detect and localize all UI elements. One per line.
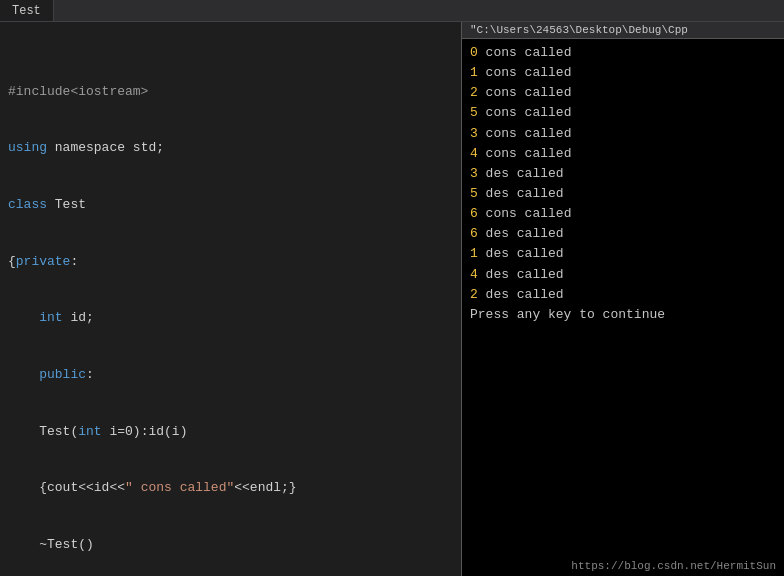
- output-text: des called: [478, 267, 564, 282]
- code-line-5: int id;: [0, 309, 461, 328]
- top-bar: Test: [0, 0, 784, 22]
- output-number: 6: [470, 226, 478, 241]
- press-any-key-text: Press any key to continue: [470, 307, 665, 322]
- output-text: cons called: [478, 206, 572, 221]
- output-number: 1: [470, 65, 478, 80]
- code-text: [8, 366, 39, 385]
- output-number: 3: [470, 126, 478, 141]
- output-text: cons called: [478, 45, 572, 60]
- code-text: Test(: [8, 423, 78, 442]
- output-text: cons called: [478, 126, 572, 141]
- tab-label: Test: [12, 4, 41, 18]
- code-text: Test: [47, 196, 86, 215]
- output-text: des called: [478, 287, 564, 302]
- terminal-line-3: 2 cons called: [470, 83, 776, 103]
- output-text: cons called: [478, 85, 572, 100]
- terminal-line-7: 3 des called: [470, 164, 776, 184]
- editor-tab[interactable]: Test: [0, 0, 54, 21]
- output-number: 4: [470, 146, 478, 161]
- terminal-line-1: 0 cons called: [470, 43, 776, 63]
- terminal-line-5: 3 cons called: [470, 124, 776, 144]
- code-line-3: class Test: [0, 196, 461, 215]
- output-text: des called: [478, 246, 564, 261]
- terminal-line-9: 6 cons called: [470, 204, 776, 224]
- terminal-footer: https://blog.csdn.net/HermitSun: [462, 558, 784, 576]
- code-line-2: using namespace std;: [0, 139, 461, 158]
- code-text: :: [70, 253, 78, 272]
- code-text: namespace std;: [47, 139, 164, 158]
- output-number: 1: [470, 246, 478, 261]
- code-text: using: [8, 139, 47, 158]
- code-text: " cons called": [125, 479, 234, 498]
- output-text: cons called: [478, 65, 572, 80]
- output-text: cons called: [478, 105, 572, 120]
- code-text: id;: [63, 309, 94, 328]
- code-text: #include<iostream>: [8, 83, 148, 102]
- main-content: #include<iostream> using namespace std; …: [0, 22, 784, 576]
- code-panel: #include<iostream> using namespace std; …: [0, 22, 462, 576]
- code-line-6: public :: [0, 366, 461, 385]
- code-area: #include<iostream> using namespace std; …: [0, 22, 461, 576]
- code-text: ~Test(): [8, 536, 94, 555]
- terminal-line-13: 2 des called: [470, 285, 776, 305]
- terminal-line-6: 4 cons called: [470, 144, 776, 164]
- output-number: 4: [470, 267, 478, 282]
- terminal-line-press: Press any key to continue: [470, 305, 776, 325]
- code-text: :: [86, 366, 94, 385]
- output-number: 3: [470, 166, 478, 181]
- terminal-line-8: 5 des called: [470, 184, 776, 204]
- code-text: [8, 309, 39, 328]
- output-number: 0: [470, 45, 478, 60]
- output-number: 6: [470, 206, 478, 221]
- code-line-8: {cout<<id<< " cons called" <<endl;}: [0, 479, 461, 498]
- terminal-line-12: 4 des called: [470, 265, 776, 285]
- code-text: private: [16, 253, 71, 272]
- output-text: des called: [478, 166, 564, 181]
- code-text: class: [8, 196, 47, 215]
- code-text: {: [8, 253, 16, 272]
- output-number: 2: [470, 287, 478, 302]
- code-line-9: ~Test(): [0, 536, 461, 555]
- footer-url: https://blog.csdn.net/HermitSun: [571, 560, 776, 572]
- terminal-panel: "C:\Users\24563\Desktop\Debug\Cpp 0 cons…: [462, 22, 784, 576]
- output-number: 5: [470, 186, 478, 201]
- output-text: des called: [478, 226, 564, 241]
- code-text: int: [78, 423, 101, 442]
- terminal-line-2: 1 cons called: [470, 63, 776, 83]
- code-text: i=0):id(i): [102, 423, 188, 442]
- code-text: {cout<<id<<: [8, 479, 125, 498]
- terminal-body: 0 cons called 1 cons called 2 cons calle…: [462, 39, 784, 558]
- terminal-line-10: 6 des called: [470, 224, 776, 244]
- code-line-7: Test( int i=0):id(i): [0, 423, 461, 442]
- terminal-line-11: 1 des called: [470, 244, 776, 264]
- code-line-1: #include<iostream>: [0, 83, 461, 102]
- code-line-4: { private :: [0, 253, 461, 272]
- code-text: public: [39, 366, 86, 385]
- output-text: cons called: [478, 146, 572, 161]
- terminal-header: "C:\Users\24563\Desktop\Debug\Cpp: [462, 22, 784, 39]
- code-text: int: [39, 309, 62, 328]
- output-number: 2: [470, 85, 478, 100]
- output-number: 5: [470, 105, 478, 120]
- code-text: <<endl;}: [234, 479, 296, 498]
- output-text: des called: [478, 186, 564, 201]
- terminal-line-4: 5 cons called: [470, 103, 776, 123]
